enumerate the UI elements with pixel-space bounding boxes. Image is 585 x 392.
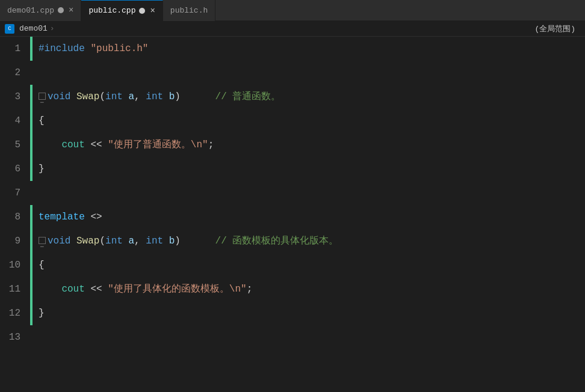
fold-indicator-9[interactable]: − xyxy=(39,237,46,244)
tab-public-h-label: public.h xyxy=(170,6,208,15)
line-number-4: 4 xyxy=(0,109,30,133)
line-content-12: } xyxy=(32,301,585,325)
tab-public-cpp[interactable]: public.cpp × xyxy=(81,0,162,21)
line-content-5: cout << "使用了普通函数。\n"; xyxy=(32,133,585,157)
line-number-7: 7 xyxy=(0,181,30,205)
table-row: 9 −void Swap(int a, int b) // 函数模板的具体化版本… xyxy=(0,229,585,253)
table-row: 6 } xyxy=(0,157,585,181)
table-row: 1 #include "public.h" xyxy=(0,37,585,61)
line-number-9: 9 xyxy=(0,229,30,253)
line-content-2 xyxy=(32,61,585,85)
line-number-12: 12 xyxy=(0,301,30,325)
line-number-10: 10 xyxy=(0,253,30,277)
line-content-7 xyxy=(32,181,585,205)
table-row: 8 template <> xyxy=(0,205,585,229)
line-content-6: } xyxy=(32,157,585,181)
line-content-8: template <> xyxy=(32,205,585,229)
line-content-10: { xyxy=(32,253,585,277)
table-row: 10 { xyxy=(0,253,585,277)
tab-demo01-close[interactable]: × xyxy=(69,5,73,15)
code-editor[interactable]: 1 #include "public.h" 2 3 −void Swap(int… xyxy=(0,37,585,392)
tab-public-cpp-label: public.cpp xyxy=(88,6,135,15)
line-content-3: −void Swap(int a, int b) // 普通函数。 xyxy=(32,85,585,109)
line-number-8: 8 xyxy=(0,205,30,229)
line-number-2: 2 xyxy=(0,61,30,85)
table-row: 7 xyxy=(0,181,585,205)
table-row: 5 cout << "使用了普通函数。\n"; xyxy=(0,133,585,157)
table-row: 12 } xyxy=(0,301,585,325)
tab-bar: demo01.cpp × public.cpp × public.h xyxy=(0,0,585,21)
line-number-1: 1 xyxy=(0,37,30,61)
line-number-13: 13 xyxy=(0,325,30,349)
line-content-11: cout << "使用了具体化的函数模板。\n"; xyxy=(32,277,585,301)
line-number-5: 5 xyxy=(0,133,30,157)
breadcrumb-sep: › xyxy=(50,24,55,33)
table-row: 3 −void Swap(int a, int b) // 普通函数。 xyxy=(0,85,585,109)
line-content-1: #include "public.h" xyxy=(32,37,585,61)
breadcrumb-filename: demo01 xyxy=(19,24,48,33)
table-row: 11 cout << "使用了具体化的函数模板。\n"; xyxy=(0,277,585,301)
table-row: 13 xyxy=(0,325,585,349)
breadcrumb-bar: C demo01 › (全局范围) xyxy=(0,21,585,37)
line-number-3: 3 xyxy=(0,85,30,109)
tab-public-cpp-dot xyxy=(139,8,145,14)
fold-indicator-3[interactable]: − xyxy=(39,93,46,100)
tab-demo01-label: demo01.cpp xyxy=(7,6,54,15)
line-content-9: −void Swap(int a, int b) // 函数模板的具体化版本。 xyxy=(32,229,585,253)
tab-public-h[interactable]: public.h xyxy=(163,0,215,21)
line-number-11: 11 xyxy=(0,277,30,301)
table-row: 2 xyxy=(0,61,585,85)
tab-demo01[interactable]: demo01.cpp × xyxy=(0,0,81,21)
line-content-4: { xyxy=(32,109,585,133)
file-icon: C xyxy=(5,24,14,34)
table-row: 4 { xyxy=(0,109,585,133)
line-number-6: 6 xyxy=(0,157,30,181)
tab-public-cpp-close[interactable]: × xyxy=(150,6,155,16)
tab-demo01-dot xyxy=(58,7,64,13)
breadcrumb-scope: (全局范围) xyxy=(534,23,575,34)
line-content-13 xyxy=(32,325,585,349)
